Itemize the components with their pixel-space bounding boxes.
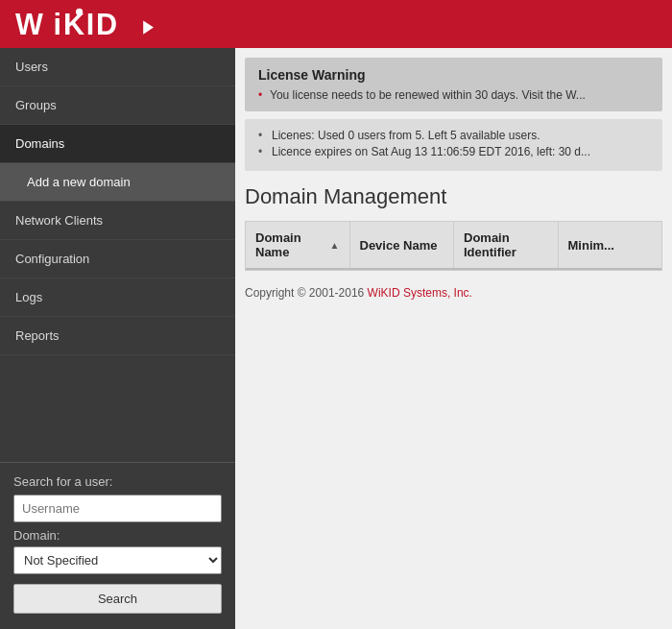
col-minim-label: Minim...	[568, 238, 614, 253]
username-input[interactable]	[13, 495, 222, 522]
search-button[interactable]: Search	[13, 584, 222, 614]
svg-text:iKID: iKID	[54, 8, 119, 40]
sidebar-item-network-clients[interactable]: Network Clients	[0, 202, 235, 240]
search-for-user-label: Search for a user:	[13, 474, 222, 489]
app-header: W iKID	[0, 0, 672, 48]
domain-select[interactable]: Not Specified	[13, 546, 222, 574]
info-list: Licenes: Used 0 users from 5. Left 5 ava…	[258, 129, 649, 158]
table-header: Domain Name ▲ Device Name Domain Identif…	[246, 222, 661, 270]
info-box: Licenes: Used 0 users from 5. Left 5 ava…	[245, 119, 662, 171]
domain-management-section: Domain Management	[245, 184, 662, 221]
col-domain-name-label: Domain Name	[255, 230, 326, 259]
main-content: License Warning You license needs to be …	[235, 48, 672, 629]
info-item-0: Licenes: Used 0 users from 5. Left 5 ava…	[258, 129, 649, 142]
domain-field-label: Domain:	[13, 528, 222, 543]
svg-text:W: W	[15, 8, 45, 40]
sidebar-item-reports[interactable]: Reports	[0, 317, 235, 355]
license-warning-title: License Warning	[258, 67, 649, 83]
col-device-name[interactable]: Device Name	[350, 222, 455, 268]
col-minim[interactable]: Minim...	[559, 222, 662, 268]
col-domain-identifier-label: Domain Identifier	[464, 230, 548, 259]
logo-svg: W iKID	[15, 7, 154, 41]
col-domain-identifier[interactable]: Domain Identifier	[454, 222, 559, 268]
sidebar-item-configuration[interactable]: Configuration	[0, 240, 235, 278]
sidebar-nav: Users Groups Domains Add a new domain Ne…	[0, 48, 235, 462]
license-warning-list: You license needs to be renewed within 3…	[258, 88, 649, 102]
info-item-1: Licence expires on Sat Aug 13 11:06:59 E…	[258, 145, 649, 158]
col-device-name-label: Device Name	[360, 238, 438, 253]
page-footer: Copyright © 2001-2016 WiKID Systems, Inc…	[245, 286, 662, 300]
svg-marker-3	[143, 20, 154, 34]
page-title: Domain Management	[245, 184, 662, 209]
domain-table: Domain Name ▲ Device Name Domain Identif…	[245, 221, 662, 271]
user-search-section: Search for a user: Domain: Not Specified…	[0, 462, 235, 629]
sidebar-item-domains[interactable]: Domains	[0, 125, 235, 163]
sidebar-item-logs[interactable]: Logs	[0, 278, 235, 317]
sidebar-item-add-domain[interactable]: Add a new domain	[0, 163, 235, 202]
col-domain-name[interactable]: Domain Name ▲	[246, 222, 350, 268]
sort-icon-domain-name: ▲	[330, 240, 340, 251]
footer-text: Copyright © 2001-2016	[245, 286, 368, 300]
footer-link[interactable]: WiKID Systems, Inc.	[368, 286, 472, 300]
logo: W iKID	[15, 7, 154, 41]
sidebar-item-groups[interactable]: Groups	[0, 86, 235, 125]
license-warning-item: You license needs to be renewed within 3…	[258, 88, 649, 102]
license-warning-box: License Warning You license needs to be …	[245, 58, 662, 111]
sidebar: Users Groups Domains Add a new domain Ne…	[0, 48, 235, 629]
sidebar-item-users[interactable]: Users	[0, 48, 235, 86]
